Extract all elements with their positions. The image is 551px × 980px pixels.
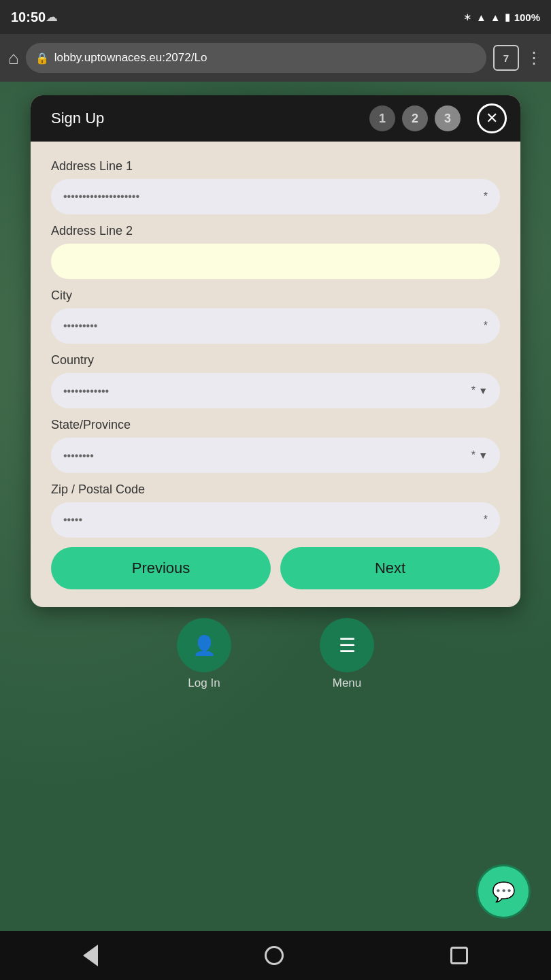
close-icon: ✕ [486, 110, 498, 127]
country-label: Country [51, 353, 500, 368]
signup-modal: Sign Up 1 2 3 ✕ Address Line 1 [31, 95, 520, 607]
status-time: 10:50 [11, 10, 46, 25]
address-line2-label: Address Line 2 [51, 224, 500, 238]
browser-more-button[interactable]: ⋮ [526, 48, 543, 67]
button-row: Previous Next [51, 547, 500, 589]
browser-bar: ⌂ 🔒 lobby.uptownaces.eu:2072/Lo 7 ⋮ [0, 34, 551, 82]
android-nav-bar [0, 931, 551, 980]
zip-wrapper: * [51, 502, 500, 538]
modal-title: Sign Up [51, 110, 104, 127]
menu-icon: ☰ [339, 634, 356, 657]
bluetooth-icon: ∗ [463, 11, 472, 23]
zip-label: Zip / Postal Code [51, 483, 500, 497]
recents-button[interactable] [450, 947, 468, 964]
wifi-icon: ▲ [476, 12, 486, 23]
step-2-indicator: 2 [402, 105, 428, 131]
status-bar: 10:50 ☁ ∗ ▲ ▲ ▮ 100% [0, 0, 551, 34]
state-wrapper: •••••••• * ▼ [51, 438, 500, 473]
zip-input[interactable] [51, 502, 500, 538]
url-text: lobby.uptownaces.eu:2072/Lo [54, 51, 207, 65]
browser-tabs-button[interactable]: 7 [493, 45, 519, 71]
login-nav-circle[interactable]: 👤 [177, 618, 231, 672]
state-select[interactable]: •••••••• [51, 438, 500, 473]
step-1-indicator: 1 [369, 105, 395, 131]
lock-icon: 🔒 [35, 52, 49, 65]
login-nav-item[interactable]: 👤 Log In [177, 618, 231, 690]
step-indicators: 1 2 3 ✕ [369, 103, 507, 133]
step-3-indicator: 3 [435, 105, 461, 131]
menu-nav-circle[interactable]: ☰ [320, 618, 374, 672]
modal-header: Sign Up 1 2 3 ✕ [31, 95, 520, 142]
upload-icon: ☁ [46, 10, 58, 24]
city-label: City [51, 289, 500, 303]
country-select[interactable]: •••••••••••• [51, 373, 500, 408]
back-button[interactable] [83, 945, 98, 966]
menu-nav-item[interactable]: ☰ Menu [320, 618, 374, 690]
modal-body: Address Line 1 * Address Line 2 City * C… [31, 142, 520, 607]
browser-home-icon[interactable]: ⌂ [8, 48, 19, 69]
country-wrapper: •••••••••••• * ▼ [51, 373, 500, 408]
address-line1-label: Address Line 1 [51, 159, 500, 174]
chat-fab-button[interactable]: 💬 [476, 864, 531, 919]
address-line2-input[interactable] [51, 244, 500, 279]
city-input[interactable] [51, 308, 500, 344]
login-nav-label: Log In [188, 676, 220, 690]
status-icons: ∗ ▲ ▲ ▮ 100% [463, 11, 540, 23]
login-icon: 👤 [193, 634, 216, 657]
menu-nav-label: Menu [333, 676, 362, 690]
next-button[interactable]: Next [280, 547, 500, 589]
signal-icon: ▲ [490, 12, 501, 23]
city-wrapper: * [51, 308, 500, 344]
battery-percentage: 100% [514, 12, 540, 23]
chat-icon: 💬 [492, 881, 516, 903]
previous-button[interactable]: Previous [51, 547, 271, 589]
bottom-nav: 👤 Log In ☰ Menu [0, 618, 551, 690]
address-line1-input[interactable] [51, 179, 500, 214]
page-background: Sign Up 1 2 3 ✕ Address Line 1 [0, 82, 551, 980]
address-line2-wrapper [51, 244, 500, 279]
url-bar[interactable]: 🔒 lobby.uptownaces.eu:2072/Lo [26, 43, 486, 73]
home-button[interactable] [265, 946, 284, 965]
state-province-label: State/Province [51, 418, 500, 432]
close-button[interactable]: ✕ [477, 103, 507, 133]
battery-icon: ▮ [505, 11, 510, 23]
address-line1-wrapper: * [51, 179, 500, 214]
